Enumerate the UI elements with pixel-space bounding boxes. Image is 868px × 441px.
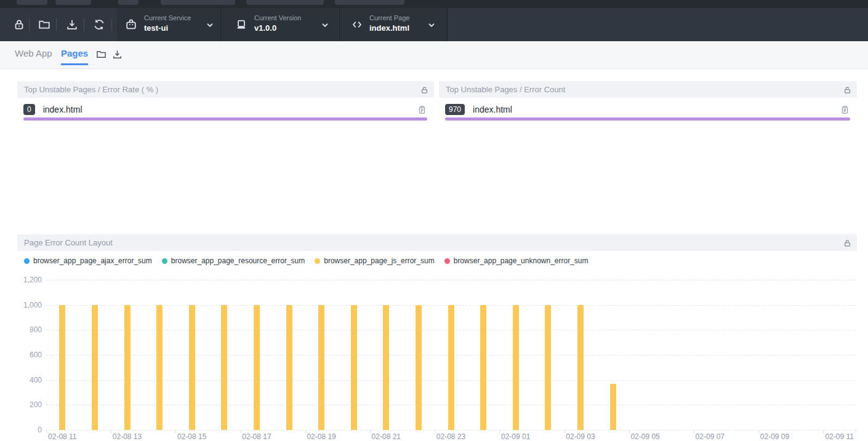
panel-page-error-chart: Page Error Count Layout browser_app_page… [17,234,857,441]
legend-dot-icon [162,258,167,264]
bar-browser_app_page_js_error_sum [92,305,98,430]
selector-value: index.html [369,23,409,33]
y-axis-label: 200 [17,400,42,409]
legend-dot-icon [444,258,450,264]
panel-header: Top Unstable Pages / Error Count [439,81,857,98]
x-axis-tick [370,431,371,433]
x-axis-tick [435,431,435,433]
bar-browser_app_page_js_error_sum [545,305,551,430]
value-badge: 970 [445,104,465,115]
legend-label: browser_app_page_resource_error_sum [171,256,305,265]
selector-value: v1.0.0 [254,23,301,33]
value-bar [23,117,427,121]
chevron-down-icon [427,21,436,30]
bar-browser_app_page_js_error_sum [383,305,389,430]
x-axis-tick [629,431,630,433]
legend-item[interactable]: browser_app_page_js_error_sum [315,256,434,265]
x-axis-label: 02-09 05 [630,432,659,441]
current-service-selector[interactable]: Current Service test-ui [117,8,220,41]
x-axis-label: 02-08 21 [372,432,401,441]
toolbar-divider [447,8,448,41]
x-axis-label: 02-08 11 [48,432,76,441]
top-nav-button[interactable] [55,0,91,5]
folder-icon[interactable] [96,49,106,60]
page-name: index.html [473,105,840,114]
top-nav-button[interactable] [335,0,404,5]
lock-icon[interactable] [13,18,25,31]
lock-icon[interactable] [420,85,428,93]
y-axis-label: 800 [17,325,42,334]
gridline [46,430,856,431]
chart-legend: browser_app_page_ajax_error_sumbrowser_a… [24,256,598,265]
top-nav-button[interactable] [118,0,139,5]
legend-item[interactable]: browser_app_page_ajax_error_sum [24,256,152,265]
tab-web-app[interactable]: Web App [15,41,52,65]
copy-icon[interactable] [417,105,427,114]
x-axis-label: 02-08 15 [177,432,206,441]
panel-header: Page Error Count Layout [17,234,857,251]
panel-header: Top Unstable Pages / Error Rate ( % ) [17,81,434,98]
value-badge: 0 [23,104,35,115]
bar-browser_app_page_js_error_sum [221,305,227,430]
bar-browser_app_page_js_error_sum [59,305,65,430]
x-axis-label: 02-08 17 [242,432,271,441]
x-axis-tick [175,431,176,433]
selector-label: Current Page [369,14,409,23]
x-axis-tick [694,431,694,433]
y-axis-label: 1,200 [17,276,42,284]
selector-value: test-ui [144,23,191,33]
legend-label: browser_app_page_js_error_sum [324,256,434,265]
toolbar-separator [84,18,84,31]
top-nav-strip [0,0,868,8]
download-icon[interactable] [112,49,123,60]
x-axis-label: 02-09 09 [760,432,789,441]
x-axis-tick [856,431,856,433]
bar-browser_app_page_js_error_sum [480,305,486,430]
x-axis-label: 02-09 11 [825,432,853,441]
x-axis-tick [305,431,306,433]
gridline [46,280,856,280]
y-axis-label: 600 [17,351,42,359]
code-icon [351,18,363,31]
toolbar: Current Service test-ui Current Version … [0,8,868,41]
tab-bar: Web App Pages [0,41,868,69]
legend-item[interactable]: browser_app_page_resource_error_sum [162,256,305,265]
tab-pages[interactable]: Pages [61,41,88,65]
x-axis-tick [46,431,47,433]
bar-browser_app_page_js_error_sum [318,305,324,430]
bar-browser_app_page_js_error_sum [254,305,260,430]
copy-icon[interactable] [840,105,850,114]
x-axis-label: 02-08 13 [113,432,142,441]
sync-icon[interactable] [93,18,105,31]
x-axis-label: 02-09 03 [566,432,595,441]
chevron-down-icon [321,21,329,30]
legend-label: browser_app_page_unknown_error_sum [454,256,589,265]
x-axis-tick [823,431,824,433]
y-axis-label: 400 [17,376,42,384]
bar-browser_app_page_js_error_sum [156,305,163,430]
page-name: index.html [43,105,417,114]
current-version-selector[interactable]: Current Version v1.0.0 [221,8,339,41]
bar-browser_app_page_js_error_sum [513,305,519,430]
top-nav-button[interactable] [246,0,324,5]
laptop-icon [235,18,247,31]
chart-plot: 02004006008001,0001,20002-08 1102-08 130… [46,280,856,430]
panel-error-count: Top Unstable Pages / Error Count 970 ind… [439,81,857,124]
top-nav-button[interactable] [17,0,47,5]
panel-title: Top Unstable Pages / Error Count [446,85,843,94]
selector-label: Current Service [144,14,191,23]
top-nav-button[interactable] [161,0,235,5]
legend-dot-icon [315,258,320,264]
value-bar [445,117,850,121]
legend-dot-icon [24,258,30,264]
x-axis-tick [241,431,241,433]
page-row: 970 index.html [439,98,857,115]
lock-icon[interactable] [843,239,851,247]
lock-icon[interactable] [843,85,851,93]
folder-icon[interactable] [38,18,50,31]
bar-browser_app_page_js_error_sum [351,305,357,430]
panel-error-rate: Top Unstable Pages / Error Rate ( % ) 0 … [17,81,434,124]
download-icon[interactable] [66,18,78,31]
legend-item[interactable]: browser_app_page_unknown_error_sum [444,256,589,265]
current-page-selector[interactable]: Current Page index.html [340,8,447,41]
